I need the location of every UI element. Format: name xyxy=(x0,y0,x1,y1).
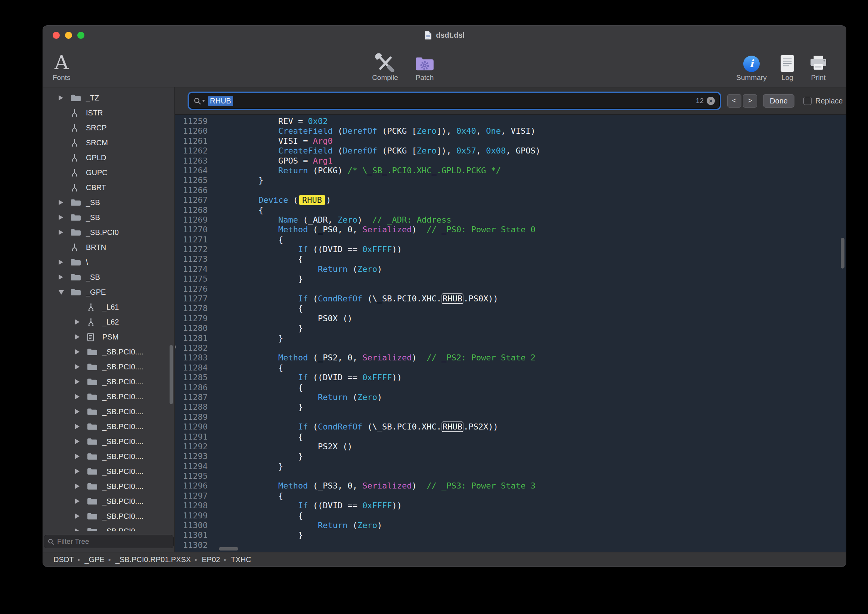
minimize-button[interactable] xyxy=(65,32,72,39)
close-button[interactable] xyxy=(53,32,60,39)
tree-item-istr[interactable]: ISTR xyxy=(43,105,174,120)
code-line[interactable]: 11300 Return (Zero) xyxy=(175,521,846,530)
disclosure-triangle[interactable] xyxy=(75,363,82,371)
disclosure-triangle[interactable] xyxy=(59,258,65,267)
disclosure-triangle[interactable] xyxy=(75,408,82,416)
log-toolbar-button[interactable]: Log xyxy=(774,47,800,82)
tree-item-_sbpci0[interactable]: _SB.PCI0.... xyxy=(43,464,174,479)
code-line[interactable]: 11260 CreateField (DerefOf (PCKG [Zero])… xyxy=(175,126,846,136)
code-line[interactable]: 11283 Method (_PS2, 0, Serialized) // _P… xyxy=(175,353,846,363)
summary-toolbar-button[interactable]: i Summary xyxy=(735,47,768,82)
disclosure-triangle[interactable] xyxy=(75,392,82,401)
breadcrumb-item[interactable]: EP02 xyxy=(202,555,220,564)
disclosure-triangle[interactable] xyxy=(75,512,82,521)
tree-item-srcp[interactable]: SRCP xyxy=(43,120,174,135)
breadcrumb-item[interactable]: _GPE xyxy=(84,555,104,564)
disclosure-triangle[interactable] xyxy=(59,198,65,207)
tree-item-[interactable]: \ xyxy=(43,255,174,270)
code-line[interactable]: 11278 { xyxy=(175,304,846,313)
disclosure-triangle[interactable] xyxy=(59,273,65,282)
code-line[interactable]: 11298 If ((DVID == 0xFFFF)) xyxy=(175,501,846,510)
tree-item-_sb[interactable]: _SB xyxy=(43,210,174,225)
disclosure-triangle[interactable] xyxy=(75,348,82,356)
code-line[interactable]: 11295 xyxy=(175,471,846,481)
tree-item-cbrt[interactable]: CBRT xyxy=(43,180,174,195)
code-line[interactable]: 11265 } xyxy=(175,175,846,185)
code-line[interactable]: 11299 { xyxy=(175,511,846,521)
tree-item-srcm[interactable]: SRCM xyxy=(43,135,174,150)
disclosure-triangle[interactable] xyxy=(75,452,82,461)
disclosure-triangle[interactable] xyxy=(75,467,82,476)
code-line[interactable]: 11294 } xyxy=(175,462,846,471)
disclosure-triangle[interactable] xyxy=(75,422,82,431)
tree-item-_sbpci0[interactable]: _SB.PCI0.... xyxy=(43,344,174,359)
tree-item-brtn[interactable]: BRTN xyxy=(43,240,174,255)
code-line[interactable]: 11277 If (CondRefOf (\_SB.PCI0.XHC.RHUB.… xyxy=(175,294,846,304)
title-bar[interactable]: dsdt.dsl xyxy=(43,26,846,45)
fonts-toolbar-button[interactable]: A Fonts xyxy=(53,47,71,82)
clear-search-icon[interactable]: × xyxy=(707,97,715,105)
tree-item-_sbpci0[interactable]: _SB.PCI0.... xyxy=(43,419,174,434)
code-line[interactable]: 11259 REV = 0x02 xyxy=(175,116,846,126)
replace-checkbox[interactable] xyxy=(803,97,812,105)
code-line[interactable]: 11268 { xyxy=(175,205,846,215)
code-line[interactable]: 11266 xyxy=(175,186,846,195)
tree-item-_sbpci0[interactable]: _SB.PCI0 xyxy=(43,225,174,240)
code-line[interactable]: 11267 Device (RHUB) xyxy=(175,195,846,205)
tree-item-_sb[interactable]: _SB xyxy=(43,270,174,285)
code-line[interactable]: 11261 VISI = Arg0 xyxy=(175,136,846,146)
tree-item-_sbpci0[interactable]: _SB.PCI0.... xyxy=(43,359,174,374)
code-line[interactable]: 11292 PS2X () xyxy=(175,442,846,451)
disclosure-triangle[interactable] xyxy=(75,378,82,386)
navigation-tree[interactable]: _TZISTRSRCPSRCMGPLDGUPCCBRT_SB_SB_SB.PCI… xyxy=(43,87,174,531)
tree-item-_gpe[interactable]: _GPE xyxy=(43,285,174,299)
editor-horizontal-scrollbar[interactable] xyxy=(219,547,238,550)
find-match-current[interactable]: RHUB xyxy=(299,195,325,205)
tree-item-_sbpci0[interactable]: _SB.PCI0.... xyxy=(43,509,174,524)
code-line[interactable]: 11279 PS0X () xyxy=(175,314,846,323)
find-match[interactable]: RHUB xyxy=(442,422,463,431)
zoom-button[interactable] xyxy=(78,32,84,39)
disclosure-triangle[interactable] xyxy=(75,437,82,446)
code-editor[interactable]: 11259 REV = 0x0211260 CreateField (Deref… xyxy=(175,115,846,552)
tree-item-_sbpci0[interactable]: _SB.PCI0.... xyxy=(43,479,174,494)
code-line[interactable]: 11296 Method (_PS3, 0, Serialized) // _P… xyxy=(175,481,846,491)
filter-tree-input[interactable]: Filter Tree xyxy=(44,535,174,548)
code-line[interactable]: 11293 } xyxy=(175,451,846,461)
tree-item-_sbpci0[interactable]: _SB.PCI0.... xyxy=(43,494,174,509)
sidebar-scrollbar[interactable] xyxy=(170,345,173,404)
find-match[interactable]: RHUB xyxy=(442,294,463,303)
code-line[interactable]: 11290 If (CondRefOf (\_SB.PCI0.XHC.RHUB.… xyxy=(175,422,846,432)
code-line[interactable]: 11262 CreateField (DerefOf (PCKG [Zero])… xyxy=(175,146,846,156)
code-line[interactable]: 11263 GPOS = Arg1 xyxy=(175,156,846,166)
breadcrumb-item[interactable]: DSDT xyxy=(53,555,74,564)
code-line[interactable]: 11284 { xyxy=(175,363,846,373)
disclosure-triangle[interactable] xyxy=(75,527,82,531)
code-line[interactable]: 11289 xyxy=(175,412,846,422)
search-menu-chevron-icon[interactable] xyxy=(202,100,205,102)
code-line[interactable]: 11281 } xyxy=(175,333,846,343)
disclosure-triangle[interactable] xyxy=(59,288,65,296)
code-line[interactable]: 11282 xyxy=(175,343,846,353)
disclosure-triangle[interactable] xyxy=(75,318,82,326)
done-button[interactable]: Done xyxy=(763,94,794,107)
tree-item-_sbpci0[interactable]: _SB.PCI0.... xyxy=(43,449,174,464)
disclosure-triangle[interactable] xyxy=(75,333,82,341)
tree-item-gpld[interactable]: GPLD xyxy=(43,150,174,165)
disclosure-triangle[interactable] xyxy=(75,482,82,491)
code-line[interactable]: 11272 If ((DVID == 0xFFFF)) xyxy=(175,245,846,254)
code-line[interactable]: 11301 } xyxy=(175,530,846,540)
tree-item-_l61[interactable]: _L61 xyxy=(43,299,174,315)
code-line[interactable]: 11280 } xyxy=(175,323,846,333)
compile-toolbar-button[interactable]: Compile xyxy=(367,47,403,82)
tree-item-_sbpci0[interactable]: _SB.PCI0.... xyxy=(43,434,174,449)
disclosure-triangle[interactable] xyxy=(59,228,65,237)
code-line[interactable]: 11276 xyxy=(175,284,846,294)
print-toolbar-button[interactable]: Print xyxy=(804,47,832,82)
tree-item-gupc[interactable]: GUPC xyxy=(43,165,174,180)
next-match-button[interactable]: > xyxy=(743,94,757,107)
breadcrumb-item[interactable]: TXHC xyxy=(231,555,251,564)
tree-item-_sbpci0[interactable]: _SB.PCI0.... xyxy=(43,389,174,404)
code-line[interactable]: 11271 { xyxy=(175,235,846,245)
code-line[interactable]: 11297 { xyxy=(175,491,846,501)
